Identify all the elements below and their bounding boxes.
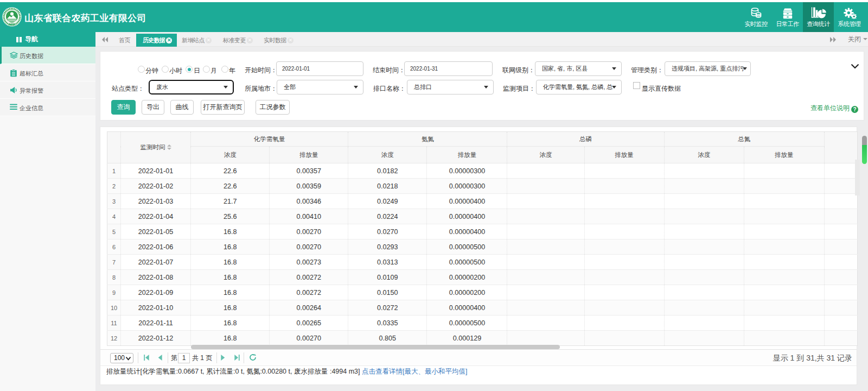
svg-text:MEE: MEE: [9, 23, 16, 26]
